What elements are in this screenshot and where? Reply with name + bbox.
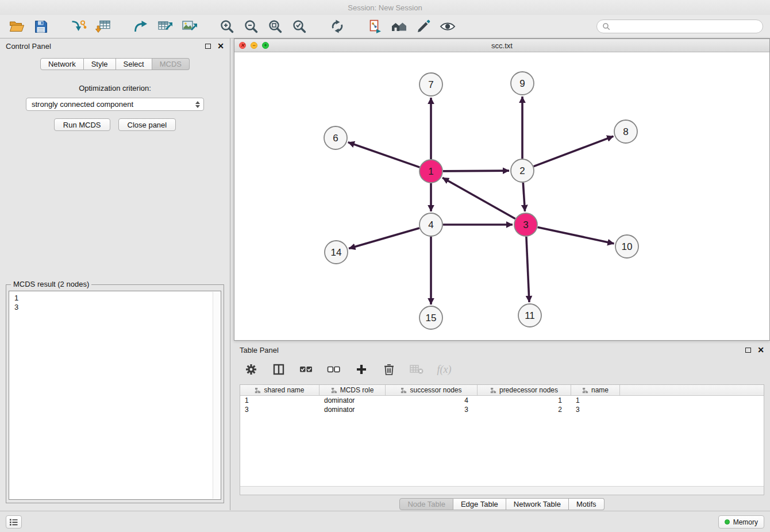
search-input[interactable] — [613, 22, 763, 31]
apply-layout-button[interactable] — [325, 17, 349, 36]
memory-status-icon — [725, 519, 730, 525]
zoom-fit-button[interactable] — [263, 17, 287, 36]
status-bar: Memory — [0, 511, 770, 532]
control-panel-tab-select[interactable]: Select — [116, 58, 152, 70]
import-table-button[interactable] — [91, 17, 115, 36]
export-table-button[interactable] — [153, 17, 177, 36]
graph-node-11[interactable]: 11 — [518, 304, 541, 327]
run-mcds-button[interactable]: Run MCDS — [54, 118, 110, 131]
control-panel: Control Panel ✕ NetworkStyleSelectMCDS O… — [0, 38, 230, 510]
graph-node-label: 10 — [622, 241, 633, 252]
gear-icon — [245, 363, 257, 376]
table-scrollbar-track[interactable] — [240, 486, 764, 495]
graph-node-14[interactable]: 14 — [325, 241, 348, 264]
show-column-button[interactable] — [271, 361, 287, 378]
apply-style-button[interactable] — [411, 17, 436, 36]
float-panel-icon[interactable] — [745, 348, 751, 353]
table-cell: 3 — [571, 406, 620, 414]
search-field[interactable] — [596, 20, 763, 33]
table-toolbar: f(x) — [234, 357, 770, 382]
control-panel-title: Control Panel — [6, 42, 51, 51]
control-panel-tab-mcds[interactable]: MCDS — [152, 58, 190, 70]
graph-edge-2-3[interactable] — [523, 183, 525, 211]
mcds-result-item[interactable]: 3 — [14, 303, 221, 312]
deselect-all-button[interactable] — [326, 361, 342, 378]
zoom-out-button[interactable] — [239, 17, 263, 36]
table-panel-tab-motifs[interactable]: Motifs — [569, 498, 605, 510]
network-window-titlebar[interactable]: ✕ − + scc.txt — [234, 39, 769, 52]
minimize-window-icon[interactable]: − — [251, 42, 257, 49]
graph-node-3[interactable]: 3 — [514, 213, 537, 236]
close-panel-icon[interactable]: ✕ — [757, 346, 764, 354]
graph-node-15[interactable]: 15 — [419, 306, 442, 329]
close-panel-button[interactable]: Close panel — [118, 118, 176, 131]
zoom-selected-button[interactable] — [287, 17, 311, 36]
import-network-button[interactable] — [67, 17, 91, 36]
window-title: Session: New Session — [348, 3, 422, 12]
graph-edge-3-10[interactable] — [538, 227, 614, 244]
graph-node-8[interactable]: 8 — [614, 120, 637, 143]
table-settings-button[interactable] — [243, 361, 259, 378]
control-panel-tab-network[interactable]: Network — [40, 58, 84, 70]
add-row-button[interactable] — [353, 361, 369, 378]
column-header-shared-name[interactable]: shared name — [240, 385, 319, 395]
close-window-icon[interactable]: ✕ — [239, 42, 246, 49]
network-canvas[interactable]: 7968124314101511 — [234, 52, 769, 340]
column-header-name[interactable]: name — [571, 385, 620, 395]
network-graph[interactable]: 7968124314101511 — [234, 52, 769, 340]
table-panel: Table Panel ✕ — [234, 343, 770, 510]
graph-node-7[interactable]: 7 — [419, 73, 442, 96]
mcds-result-list[interactable]: 13 — [9, 291, 221, 500]
graph-node-4[interactable]: 4 — [419, 213, 442, 236]
table-row[interactable]: 3dominator323 — [240, 405, 764, 414]
create-network-button[interactable] — [363, 17, 387, 36]
graph-edge-1-2[interactable] — [443, 171, 509, 171]
function-builder-button[interactable]: f(x) — [436, 361, 452, 378]
zoom-window-icon[interactable]: + — [262, 42, 269, 49]
export-image-button[interactable] — [177, 17, 201, 36]
table-panel-tab-node-table[interactable]: Node Table — [399, 498, 453, 510]
column-header-label: predecessor nodes — [499, 386, 558, 394]
table-cell: 3 — [240, 406, 319, 414]
open-session-button[interactable] — [5, 17, 29, 36]
column-header-MCDS-role[interactable]: MCDS role — [319, 385, 386, 395]
show-hide-button[interactable] — [436, 17, 460, 36]
export-network-button[interactable] — [129, 17, 153, 36]
import-network-icon — [71, 20, 87, 33]
close-panel-icon[interactable]: ✕ — [217, 42, 224, 50]
delete-row-button[interactable] — [381, 361, 397, 378]
select-all-button[interactable] — [298, 361, 314, 378]
table-row[interactable]: 1dominator411 — [240, 396, 764, 405]
table-panel-tab-edge-table[interactable]: Edge Table — [453, 498, 506, 510]
save-session-button[interactable] — [29, 17, 53, 36]
graph-node-6[interactable]: 6 — [324, 126, 347, 149]
task-history-button[interactable] — [6, 515, 22, 529]
first-neighbors-button[interactable] — [387, 17, 411, 36]
toolbar-group-session — [5, 17, 53, 36]
table-panel-tab-network-table[interactable]: Network Table — [506, 498, 569, 510]
graph-node-1[interactable]: 1 — [419, 160, 442, 183]
export-image-icon — [182, 20, 197, 33]
zoom-selected-icon — [292, 19, 307, 34]
column-header-predecessor-nodes[interactable]: predecessor nodes — [478, 385, 571, 395]
optimization-criterion-dropdown[interactable]: strongly connected component — [26, 98, 204, 111]
graph-node-9[interactable]: 9 — [511, 72, 534, 95]
zoom-in-button[interactable] — [215, 17, 239, 36]
graph-node-10[interactable]: 10 — [615, 235, 638, 258]
graph-edge-1-6[interactable] — [348, 142, 420, 168]
graph-node-2[interactable]: 2 — [511, 159, 534, 182]
control-panel-tab-style[interactable]: Style — [84, 58, 116, 70]
column-header-successor-nodes[interactable]: successor nodes — [386, 385, 478, 395]
memory-button[interactable]: Memory — [718, 515, 764, 529]
column-attr-icon — [490, 387, 496, 394]
result-list-scrollbar[interactable] — [213, 292, 220, 499]
graph-edge-3-1[interactable] — [442, 178, 515, 218]
graph-node-label: 1 — [428, 166, 433, 177]
delete-table-button[interactable] — [409, 361, 425, 378]
graph-edge-4-14[interactable] — [349, 228, 419, 249]
optimization-criterion-label: Optimization criterion: — [0, 84, 230, 92]
mcds-result-item[interactable]: 1 — [14, 294, 221, 303]
graph-edge-2-8[interactable] — [534, 136, 614, 167]
float-panel-icon[interactable] — [205, 44, 211, 49]
graph-edge-3-11[interactable] — [526, 237, 529, 302]
